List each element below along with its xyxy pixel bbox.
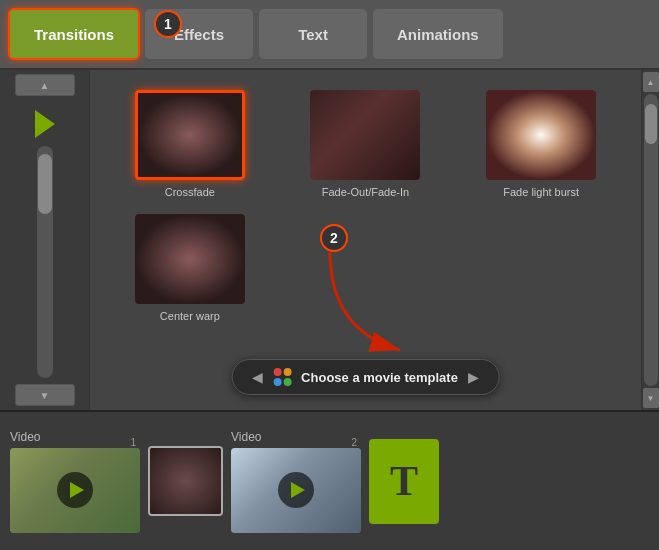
play-triangle-icon-2: [291, 482, 305, 498]
video-track-1: Video 1: [10, 430, 140, 533]
video2-number: 2: [351, 437, 361, 448]
transitions-panel: Crossfade Fade-Out/Fade-In Fade light bu…: [90, 70, 641, 410]
scroll-thumb[interactable]: [38, 154, 52, 214]
dot-green: [283, 378, 291, 386]
transition-item-lightburst[interactable]: Fade light burst: [461, 90, 621, 198]
button-arrow-right-icon: ▶: [468, 369, 479, 385]
thumb-glow: [486, 90, 596, 180]
step-badge-1: 1: [154, 10, 182, 38]
tab-text[interactable]: Text: [258, 8, 368, 60]
transition-slot-inner: [150, 448, 221, 514]
scroll-down-button[interactable]: ▼: [15, 384, 75, 406]
video1-label: Video: [10, 430, 40, 444]
clip-inner-1: [10, 448, 140, 533]
scrollbar-thumb[interactable]: [645, 104, 657, 144]
transition-thumb-fadeout: [310, 90, 420, 180]
template-dots-icon: [273, 368, 291, 386]
play-button-2[interactable]: [278, 472, 314, 508]
step-badge-2: 2: [320, 224, 348, 252]
transition-item-crossfade[interactable]: Crossfade: [110, 90, 270, 198]
scroll-up-button[interactable]: ▲: [15, 74, 75, 96]
thumb-fade: [310, 90, 420, 180]
transition-label-crossfade: Crossfade: [165, 186, 215, 198]
video-track-2: Video 2: [231, 430, 361, 533]
transition-thumb-crossfade: [135, 90, 245, 180]
clip-inner-2: [231, 448, 361, 533]
thumb-dark: [135, 214, 245, 304]
tab-bar: Transitions Effects Text Animations: [0, 0, 659, 70]
timeline-area: Video 1 Video 2: [0, 410, 659, 550]
dot-blue: [273, 378, 281, 386]
video2-label: Video: [231, 430, 261, 444]
content-area: ▲ ▼ Crossfade: [0, 70, 659, 410]
scrollbar-track: [644, 94, 658, 386]
text-t-icon: T: [390, 457, 418, 505]
transition-item-fadeout[interactable]: Fade-Out/Fade-In: [286, 90, 446, 198]
dot-orange: [283, 368, 291, 376]
play-button-1[interactable]: [57, 472, 93, 508]
timeline-tracks: Video 1 Video 2: [0, 412, 659, 550]
tab-transitions[interactable]: Transitions: [8, 8, 140, 60]
scroll-track: [37, 146, 53, 378]
tab-animations[interactable]: Animations: [372, 8, 504, 60]
left-scroll-panel: ▲ ▼: [0, 70, 90, 410]
transition-thumb-centerwarp: [135, 214, 245, 304]
movie-template-button[interactable]: ◀ Choose a movie template ▶: [231, 359, 500, 395]
transition-label-lightburst: Fade light burst: [503, 186, 579, 198]
app-container: Transitions Effects Text Animations 1 ▲ …: [0, 0, 659, 550]
transition-label-centerwarp: Center warp: [160, 310, 220, 322]
video-clip-1[interactable]: [10, 448, 140, 533]
play-arrow-icon: [35, 110, 55, 138]
scrollbar-up-button[interactable]: ▲: [643, 72, 659, 92]
transition-label-fadeout: Fade-Out/Fade-In: [322, 186, 409, 198]
transition-thumb-lightburst: [486, 90, 596, 180]
play-triangle-icon-1: [70, 482, 84, 498]
button-arrow-left-icon: ◀: [252, 369, 263, 385]
right-scrollbar: ▲ ▼: [641, 70, 659, 410]
video1-number: 1: [130, 437, 140, 448]
transitions-grid: Crossfade Fade-Out/Fade-In Fade light bu…: [102, 82, 629, 330]
dot-red: [273, 368, 281, 376]
scrollbar-down-button[interactable]: ▼: [643, 388, 659, 408]
timeline-transition-slot[interactable]: [148, 446, 223, 516]
text-title-clip[interactable]: T: [369, 439, 439, 524]
transition-item-centerwarp[interactable]: Center warp: [110, 214, 270, 322]
video-clip-2[interactable]: [231, 448, 361, 533]
movie-template-label: Choose a movie template: [301, 370, 458, 385]
thumb-overlay: [138, 93, 242, 177]
